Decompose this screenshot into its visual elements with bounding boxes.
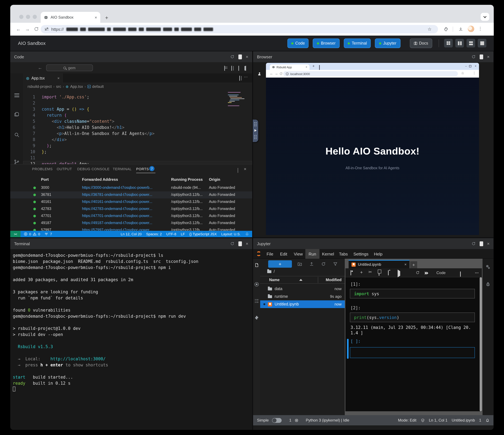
bookmark-star-icon[interactable]: ☆ (461, 71, 464, 75)
bell-icon[interactable] (486, 418, 490, 422)
menu-edit[interactable]: Edit (277, 249, 290, 259)
minimap[interactable] (227, 91, 248, 116)
split-editor-icon[interactable] (231, 66, 232, 71)
tab-search-button[interactable] (481, 13, 489, 21)
file-row-data[interactable]: datanow (260, 285, 345, 293)
layout-columns-button[interactable] (455, 39, 464, 47)
new-tab-button[interactable]: + (312, 64, 315, 68)
debugger-bug-icon[interactable] (486, 282, 491, 287)
traffic-light-minimize[interactable] (26, 15, 30, 19)
kebab-menu-icon[interactable]: ⋮ (478, 26, 483, 31)
split-editor-icon[interactable] (239, 76, 240, 81)
minimize-icon[interactable]: – (465, 65, 467, 68)
kernel-status[interactable]: Python 3 (ipykernel) | Idle (306, 418, 349, 423)
new-tab-button[interactable]: + (410, 261, 417, 268)
extensions-puzzle-icon[interactable] (443, 27, 449, 32)
extensions-puzzle-icon[interactable] (254, 315, 259, 320)
more-actions-icon[interactable]: ⋯ (475, 270, 479, 275)
kebab-menu-icon[interactable]: ⋮ (473, 71, 476, 75)
menu-tabs[interactable]: Tabs (336, 249, 351, 259)
file-row-runtime[interactable]: runtime9s ago (260, 293, 345, 300)
refresh-icon[interactable] (471, 55, 476, 59)
toggle-panel-icon[interactable] (238, 66, 239, 71)
refresh-icon[interactable] (321, 262, 326, 266)
traffic-light-zoom[interactable] (33, 15, 37, 19)
chevron-down-icon[interactable] (460, 271, 461, 276)
new-tab-button[interactable]: + (105, 15, 108, 21)
file-list-header[interactable]: Name Modified (260, 276, 345, 284)
tab-debug-console[interactable]: DEBUG CONSOLE (77, 167, 109, 171)
file-row-untitled-selected[interactable]: Untitled.ipynbnow (260, 300, 345, 308)
code-cell[interactable]: print(sys.version) (350, 313, 475, 322)
forwarded-link[interactable]: https://40161-ondemand-t7osqboc-power... (82, 200, 169, 204)
detach-icon[interactable] (238, 54, 242, 59)
close-icon[interactable]: × (487, 55, 490, 59)
close-icon[interactable]: × (246, 55, 248, 59)
code-cell[interactable]: import sys (350, 289, 475, 298)
eol[interactable]: LF (181, 232, 185, 236)
tune-icon[interactable] (45, 28, 49, 31)
more-actions-icon[interactable]: ⋯ (244, 75, 248, 79)
run-cell-icon[interactable] (398, 271, 400, 276)
remote-indicator[interactable]: >< (10, 231, 20, 237)
port-row[interactable]: 36781https://36781-ondemand-t7osqboc-pow… (10, 191, 252, 198)
breadcrumb-project[interactable]: rsbuild-project (27, 84, 52, 89)
restore-icon[interactable] (469, 65, 471, 67)
forwarded-link[interactable]: https://42783-ondemand-t7osqboc-power... (82, 207, 169, 211)
port-row[interactable]: 49187https://49187-ondemand-t7osqboc-pow… (10, 220, 252, 227)
bell-icon[interactable] (245, 232, 249, 236)
filter-icon[interactable] (333, 262, 338, 266)
tab-ports[interactable]: PORTS (136, 167, 149, 171)
nav-button-terminal[interactable]: Terminal (344, 38, 371, 48)
property-inspector-icon[interactable] (486, 264, 491, 269)
cut-cell-icon[interactable]: ✂ (369, 269, 372, 274)
cursor-position[interactable]: Ln 12, Col 20 (121, 232, 142, 236)
tab-terminal[interactable]: TERMINAL (113, 167, 132, 171)
profile-avatar[interactable] (468, 26, 474, 32)
forwarded-count[interactable]: 7 (50, 232, 52, 236)
address-bar[interactable]: https:// ☆ (41, 25, 438, 33)
reload-icon[interactable] (279, 72, 283, 75)
back-icon[interactable]: ← (270, 72, 273, 75)
active-empty-cell[interactable] (350, 347, 475, 358)
run-all-icon[interactable] (425, 271, 428, 276)
panel-resize-handle[interactable] (253, 120, 258, 142)
language-mode[interactable]: {} TypeScript JSX (189, 232, 217, 236)
trust-shield-icon[interactable] (421, 418, 425, 422)
simple-mode-toggle[interactable] (272, 418, 281, 423)
active-file[interactable]: Untitled.ipynb (452, 418, 475, 423)
layout-rows-button[interactable] (467, 39, 475, 47)
download-icon[interactable] (458, 27, 463, 32)
path-breadcrumb[interactable]: / (267, 269, 275, 274)
terminal-output[interactable]: gem@ondemand-t7osqboc-powerbmiuo-fspfs:~… (10, 249, 252, 430)
breadcrumb-dir[interactable]: src (56, 84, 61, 89)
scrollbar[interactable] (480, 277, 482, 411)
col-name[interactable]: Name (269, 278, 279, 282)
menu-view[interactable]: View (291, 249, 306, 259)
table-of-contents-icon[interactable] (254, 298, 259, 304)
browser-tab[interactable]: AIO Sandbox × (41, 12, 100, 23)
layout-single-button[interactable] (478, 39, 486, 47)
menu-settings[interactable]: Settings (350, 249, 372, 259)
detach-icon[interactable] (238, 241, 242, 246)
refresh-icon[interactable] (230, 241, 234, 246)
new-launcher-button[interactable]: + (268, 260, 292, 268)
notification-count[interactable]: 1 (479, 418, 481, 423)
search-icon[interactable] (14, 132, 19, 138)
command-search-input[interactable]: gem (46, 65, 93, 71)
indent-setting[interactable]: Spaces: 2 (146, 232, 162, 236)
refresh-icon[interactable] (230, 55, 234, 59)
nav-back-icon[interactable]: ← (38, 65, 42, 70)
close-icon[interactable]: × (246, 241, 248, 246)
tab-close-icon[interactable]: × (306, 66, 307, 69)
port-row[interactable]: 47701https://47701-ondemand-t7osqboc-pow… (10, 213, 252, 220)
back-icon[interactable]: ← (16, 26, 21, 32)
embedded-tab[interactable]: Rsbuild App × (270, 65, 309, 70)
embedded-address-bar[interactable]: localhost:3000 (283, 71, 458, 76)
encoding[interactable]: UTF-8 (166, 232, 176, 236)
menu-kernel[interactable]: Kernel (319, 249, 337, 259)
explorer-icon[interactable] (14, 111, 19, 117)
forward-icon[interactable]: → (25, 26, 30, 32)
error-count[interactable]: 0 (29, 232, 31, 236)
port-row[interactable]: 42783https://42783-ondemand-t7osqboc-pow… (10, 205, 252, 213)
